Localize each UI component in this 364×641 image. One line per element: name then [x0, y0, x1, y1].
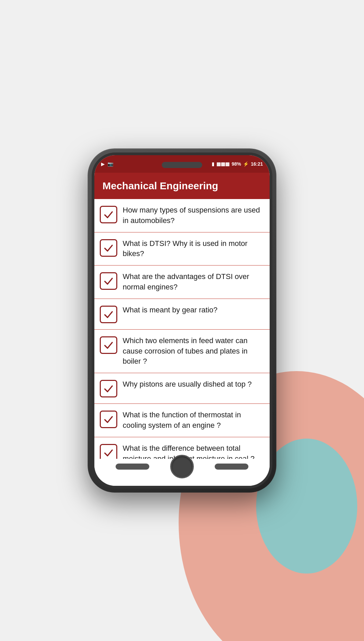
youtube-icon: ▶ — [101, 161, 105, 167]
battery-percentage: 98% — [232, 161, 241, 167]
status-right-info: ▮ ▩▩▩ 98% ⚡ 16:21 — [212, 161, 263, 167]
phone-inner: ▶ 📷 ▮ ▩▩▩ 98% ⚡ 16:21 Mechanical Enginee… — [92, 152, 272, 489]
question-text: Why pistons are usually dished at top ? — [123, 379, 264, 390]
list-item[interactable]: How many types of suspensions are used i… — [94, 199, 270, 232]
image-icon: 📷 — [108, 161, 113, 167]
checkbox-icon[interactable] — [100, 239, 117, 257]
sim-icon: ▮ — [212, 161, 214, 167]
checkbox-icon[interactable] — [100, 306, 117, 323]
app-header: Mechanical Engineering — [94, 173, 270, 199]
questions-list[interactable]: How many types of suspensions are used i… — [94, 199, 270, 459]
list-item[interactable]: What is the function of thermostat in co… — [94, 404, 270, 437]
checkbox-icon[interactable] — [100, 206, 117, 223]
checkbox-icon[interactable] — [100, 336, 117, 354]
phone-speaker — [162, 162, 202, 168]
checkbox-icon[interactable] — [100, 380, 117, 397]
question-text: How many types of suspensions are used i… — [123, 205, 264, 226]
list-item[interactable]: What are the advantages of DTSI over nor… — [94, 266, 270, 299]
nav-recent-button[interactable] — [215, 464, 248, 470]
list-item[interactable]: Why pistons are usually dished at top ? — [94, 373, 270, 404]
signal-bars: ▩▩▩ — [216, 161, 230, 167]
checkbox-icon[interactable] — [100, 411, 117, 428]
question-text: What is the function of thermostat in co… — [123, 410, 264, 431]
nav-back-button[interactable] — [116, 464, 149, 470]
clock: 16:21 — [251, 161, 263, 167]
question-text: What is DTSI? Why it is used in motor bi… — [123, 239, 264, 259]
list-item[interactable]: What is meant by gear ratio? — [94, 299, 270, 330]
list-item[interactable]: Which two elements in feed water can cau… — [94, 330, 270, 373]
battery-icon: ⚡ — [243, 161, 249, 167]
list-item[interactable]: What is DTSI? Why it is used in motor bi… — [94, 232, 270, 266]
checkbox-icon[interactable] — [100, 272, 117, 290]
question-text: Which two elements in feed water can cau… — [123, 336, 264, 367]
phone-screen: ▶ 📷 ▮ ▩▩▩ 98% ⚡ 16:21 Mechanical Enginee… — [94, 155, 270, 486]
question-text: What are the advantages of DTSI over nor… — [123, 272, 264, 292]
bottom-nav — [92, 455, 272, 478]
status-left-icons: ▶ 📷 — [101, 161, 113, 167]
page-title: Mechanical Engineering — [102, 180, 262, 192]
question-text: What is meant by gear ratio? — [123, 305, 264, 315]
phone-device: ▶ 📷 ▮ ▩▩▩ 98% ⚡ 16:21 Mechanical Enginee… — [88, 148, 276, 493]
nav-home-button[interactable] — [170, 455, 194, 478]
